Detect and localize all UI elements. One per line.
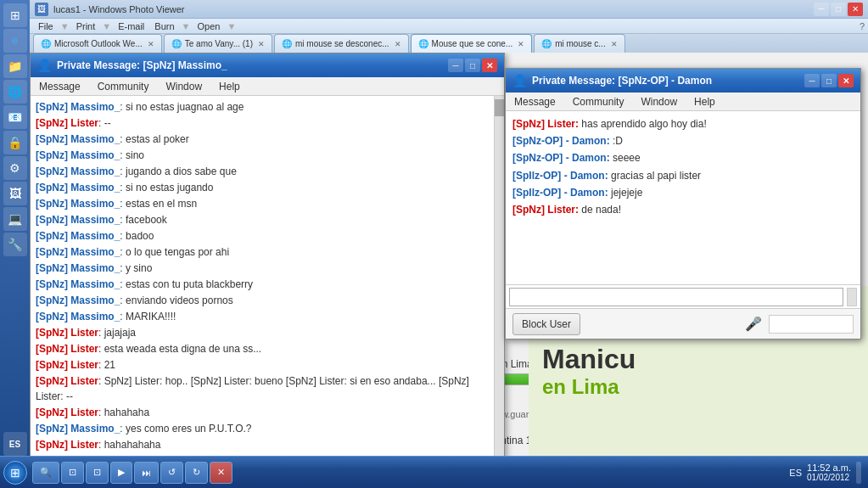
tab-teamo[interactable]: 🌐 Te amo Vany... (1) ✕ bbox=[164, 34, 272, 53]
tab-icon-3: 🌐 bbox=[282, 39, 292, 48]
menu-print[interactable]: Print bbox=[71, 20, 101, 32]
taskbar-btn-x[interactable]: ✕ bbox=[210, 462, 232, 484]
taskbar-btn-next[interactable]: ⏭ bbox=[134, 462, 159, 484]
taskbar-btn-2[interactable]: ⊡ bbox=[86, 462, 109, 484]
list-item: [SpNz] Massimo_: jugando a dios sabe que bbox=[36, 164, 499, 179]
sidebar: ⊞ e 📁 🌐 📧 🔒 ⚙ 🖼 💻 🔧 ES bbox=[0, 0, 30, 456]
second-menu-help[interactable]: Help bbox=[689, 94, 720, 109]
main-menu-help[interactable]: Help bbox=[214, 79, 245, 94]
menu-open[interactable]: Open bbox=[192, 20, 225, 32]
second-menubar: Message Community Window Help bbox=[506, 93, 860, 111]
main-menu-message[interactable]: Message bbox=[34, 79, 86, 94]
tab-outlook[interactable]: 🌐 Microsoft Outlook We... ✕ bbox=[33, 34, 162, 53]
second-menu-message[interactable]: Message bbox=[509, 94, 561, 109]
second-minimize-btn[interactable]: ─ bbox=[804, 74, 820, 87]
tab-mouse3[interactable]: 🌐 mi mouse c... ✕ bbox=[534, 34, 624, 53]
taskbar-btn-1[interactable]: ⊡ bbox=[61, 462, 84, 484]
sidebar-icon-gear[interactable]: ⚙ bbox=[3, 156, 27, 180]
photo-viewer-title: lucas1 - Windows Photo Viewer bbox=[53, 4, 184, 14]
tab-close-mouse2[interactable]: ✕ bbox=[518, 40, 524, 48]
taskbar-buttons: 🔍 ⊡ ⊡ ▶ ⏭ ↺ ↻ ✕ bbox=[32, 462, 232, 484]
list-item: [SpNz] Lister: jajajaja bbox=[36, 325, 499, 340]
clock-time: 11:52 a.m. bbox=[807, 463, 851, 473]
language-indicator: ES bbox=[789, 468, 802, 478]
photo-viewer-controls[interactable]: ─ □ ✕ bbox=[814, 3, 863, 16]
photo-viewer-menu: File ▼ Print ▼ E-mail Burn ▼ Open ▼ ? bbox=[30, 19, 868, 34]
main-minimize-btn[interactable]: ─ bbox=[448, 59, 463, 72]
taskbar-btn-sync[interactable]: ↻ bbox=[185, 462, 208, 484]
list-item: [SpIlz-OP] - Damon: jejejeje bbox=[512, 185, 854, 201]
taskbar-btn-play[interactable]: ▶ bbox=[110, 462, 132, 484]
list-item: [SpNz] Massimo_: si no estas jugando bbox=[36, 180, 499, 195]
second-close-btn[interactable]: ✕ bbox=[838, 74, 854, 87]
list-item: [SpNz] Lister: hahahahaha bbox=[36, 437, 499, 452]
second-menu-community[interactable]: Community bbox=[568, 94, 630, 109]
chat-input-area bbox=[506, 284, 860, 308]
list-item: [SpNz] Lister: has aprendido algo hoy di… bbox=[512, 116, 854, 132]
main-menu-community[interactable]: Community bbox=[92, 79, 154, 94]
show-desktop-button[interactable] bbox=[856, 462, 861, 484]
taskbar-btn-search[interactable]: 🔍 bbox=[32, 462, 59, 484]
sidebar-icon-web[interactable]: 🌐 bbox=[3, 80, 27, 104]
sidebar-icon-folder[interactable]: 📁 bbox=[3, 54, 27, 78]
list-item: [SpNz] Massimo_: facebook bbox=[36, 212, 499, 227]
sidebar-icon-lock[interactable]: 🔒 bbox=[3, 131, 27, 154]
maximize-button[interactable]: □ bbox=[831, 3, 846, 16]
taskbar-btn-refresh[interactable]: ↺ bbox=[160, 462, 183, 484]
list-item: [SpNz] Massimo_: enviando videos pornos bbox=[36, 293, 499, 308]
tab-close-mouse1[interactable]: ✕ bbox=[395, 40, 401, 48]
second-menu-window[interactable]: Window bbox=[636, 94, 682, 109]
clock-date: 01/02/2012 bbox=[807, 473, 851, 482]
main-maximize-btn[interactable]: □ bbox=[465, 59, 480, 72]
scrollbar[interactable] bbox=[494, 96, 504, 485]
main-close-btn[interactable]: ✕ bbox=[482, 59, 497, 72]
second-chat-messages: [SpNz] Lister: has aprendido algo hoy di… bbox=[506, 111, 860, 284]
main-menu-window[interactable]: Window bbox=[160, 79, 207, 94]
main-window-controls[interactable]: ─ □ ✕ bbox=[448, 59, 497, 72]
menu-email[interactable]: E-mail bbox=[113, 20, 149, 32]
tab-close-mouse3[interactable]: ✕ bbox=[611, 40, 618, 48]
tab-close-outlook[interactable]: ✕ bbox=[148, 40, 154, 48]
list-item: [SpNz-OP] - Damon: :D bbox=[512, 133, 854, 149]
close-button[interactable]: ✕ bbox=[848, 3, 863, 16]
list-item: [SpNz] Massimo_: estas al poker bbox=[36, 132, 499, 147]
tab-mouse2[interactable]: 🌐 Mouse que se cone... ✕ bbox=[411, 34, 533, 53]
menu-burn[interactable]: Burn bbox=[149, 20, 179, 32]
menu-file[interactable]: File bbox=[33, 20, 59, 32]
sidebar-language[interactable]: ES bbox=[3, 432, 27, 456]
sidebar-icon-grid[interactable]: ⊞ bbox=[3, 3, 27, 27]
chat-input-field[interactable] bbox=[509, 288, 843, 306]
taskbar: ⊞ 🔍 ⊡ ⊡ ▶ ⏭ ↺ ↻ ✕ ES 11:52 a.m. 01/02/20… bbox=[0, 456, 868, 488]
tab-icon-4: 🌐 bbox=[418, 39, 428, 48]
start-button[interactable]: ⊞ bbox=[3, 461, 27, 485]
taskbar-left: ⊞ 🔍 ⊡ ⊡ ▶ ⏭ ↺ ↻ ✕ bbox=[0, 461, 236, 485]
main-menubar: Message Community Window Help bbox=[31, 77, 504, 96]
microphone-icon[interactable]: 🎤 bbox=[745, 316, 762, 332]
photo-viewer-titlebar: 🖼 lucas1 - Windows Photo Viewer ─ □ ✕ bbox=[30, 0, 868, 19]
main-window-title: Private Message: [SpNz] Massimo_ bbox=[57, 59, 443, 71]
sidebar-icon-tools[interactable]: 🔧 bbox=[3, 233, 27, 256]
tab-mouse1[interactable]: 🌐 mi mouse se desconec... ✕ bbox=[274, 34, 409, 53]
tab-close-teamo[interactable]: ✕ bbox=[258, 40, 265, 48]
list-item: [SpNz] Massimo_: yes como eres un P.U.T.… bbox=[36, 421, 499, 436]
sidebar-icon-computer[interactable]: 💻 bbox=[3, 207, 27, 231]
scrollbar-thumb[interactable] bbox=[495, 99, 504, 116]
block-user-button[interactable]: Block User bbox=[512, 313, 580, 335]
minimize-button[interactable]: ─ bbox=[814, 3, 829, 16]
sidebar-icon-email[interactable]: 📧 bbox=[3, 105, 27, 129]
extra-input[interactable] bbox=[769, 315, 854, 334]
banner-subtitle: en Lima bbox=[542, 375, 619, 399]
main-window-titlebar: 👤 Private Message: [SpNz] Massimo_ ─ □ ✕ bbox=[31, 53, 504, 77]
sidebar-icon-photo[interactable]: 🖼 bbox=[3, 182, 27, 205]
list-item: [SpNz] Massimo_: badoo bbox=[36, 228, 499, 244]
second-window-controls[interactable]: ─ □ ✕ bbox=[804, 74, 854, 87]
list-item: [SpNz] Lister: 21 bbox=[36, 357, 499, 373]
sidebar-icon-ie[interactable]: e bbox=[3, 29, 27, 53]
tab-icon: 🌐 bbox=[41, 39, 51, 48]
list-item: [SpNz] Massimo_: si no estas juagnao al … bbox=[36, 99, 499, 115]
browser-tabs: 🌐 Microsoft Outlook We... ✕ 🌐 Te amo Van… bbox=[30, 32, 868, 53]
second-maximize-btn[interactable]: □ bbox=[821, 74, 837, 87]
photo-viewer-icon: 🖼 bbox=[35, 3, 48, 16]
list-item: [SpIlz-OP] - Damon: gracias al papi list… bbox=[512, 168, 854, 184]
help-icon[interactable]: ? bbox=[860, 21, 865, 31]
